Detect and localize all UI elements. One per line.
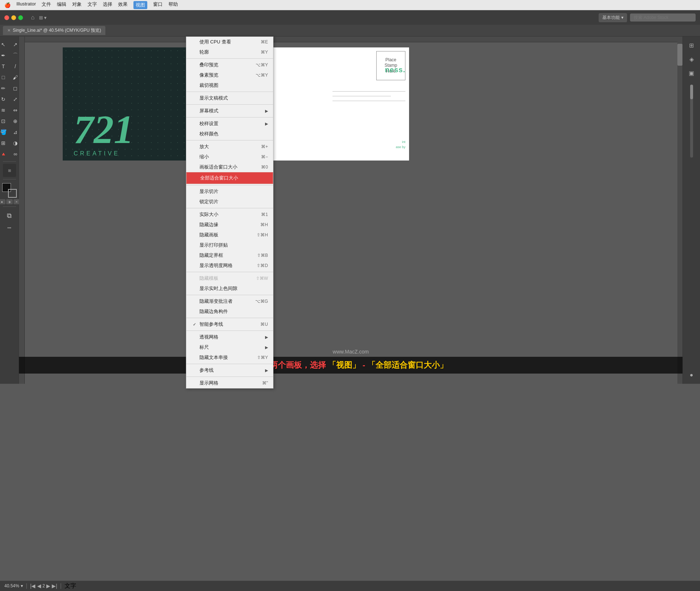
menu-item-pixel[interactable]: 像素预览 ⌥⌘Y [186, 70, 273, 80]
menu-shortcut-hide-template: ⇧⌘W [256, 276, 268, 281]
menu-shortcut-pixel: ⌥⌘Y [256, 73, 268, 78]
menu-label-smart-guides: 智能参考线 [199, 321, 223, 328]
menu-label-show-slices: 显示切片 [199, 188, 218, 195]
menu-select[interactable]: 选择 [103, 1, 112, 9]
menu-window[interactable]: 窗口 [153, 1, 163, 9]
menu-item-presentation[interactable]: 显示文稿模式 [186, 93, 273, 103]
menu-item-show-slices[interactable]: 显示切片 [186, 186, 273, 197]
menu-sep-11 [186, 331, 273, 331]
menu-label-cpu: 使用 CPU 查看 [199, 39, 231, 45]
menu-item-zoom-out[interactable]: 缩小 ⌘− [186, 152, 273, 162]
menu-view[interactable]: 视图 [133, 1, 147, 9]
menu-item-show-grid[interactable]: 显示网格 ⌘" [186, 378, 273, 388]
menu-help[interactable]: 帮助 [168, 1, 178, 9]
menu-item-cpu-view[interactable]: 使用 CPU 查看 ⌘E [186, 37, 273, 47]
minimize-button[interactable] [11, 15, 16, 20]
menu-item-lock-slices[interactable]: 锁定切片 [186, 197, 273, 207]
submenu-arrow-4: ▶ [265, 345, 268, 350]
menu-label-presentation: 显示文稿模式 [199, 95, 228, 101]
menu-shortcut-show-transparency: ⇧⌘D [257, 263, 268, 268]
menu-check: ✓ [193, 322, 198, 327]
menu-shortcut-show-grid: ⌘" [262, 381, 268, 386]
menu-sep-2 [186, 92, 273, 92]
menu-item-hide-bounding[interactable]: 隐藏定界框 ⇧⌘B [186, 250, 273, 260]
menu-item-overprint[interactable]: 叠印预览 ⌥⌘Y [186, 60, 273, 70]
menu-label-show-transparency: 显示透明度网格 [199, 262, 233, 269]
menu-label-actual-size: 实际大小 [199, 211, 218, 218]
menu-label-outline: 轮廓 [199, 49, 209, 55]
menu-sep-4 [186, 117, 273, 117]
tab-title: Single_Line.ai* @ 40.54% (CMYK/GPU 预览) [13, 27, 101, 34]
menu-sep-10 [186, 318, 273, 318]
layout-icon[interactable]: ⊞ ▾ [39, 15, 47, 20]
menu-item-show-transparency[interactable]: 显示透明度网格 ⇧⌘D [186, 260, 273, 271]
menu-label-proof-setup: 校样设置 [199, 120, 218, 127]
menu-item-perspective-grid[interactable]: 透视网格 ▶ [186, 332, 273, 342]
menu-item-fit-artboard[interactable]: 画板适合窗口大小 ⌘0 [186, 162, 273, 172]
menu-label-zoom-in: 放大 [199, 143, 209, 150]
tab-bar: ✕ Single_Line.ai* @ 40.54% (CMYK/GPU 预览) [0, 25, 700, 36]
menu-item-hide-gradient[interactable]: 隐藏渐变批注者 ⌥⌘G [186, 296, 273, 306]
fullscreen-button[interactable] [18, 15, 23, 20]
menu-label-screen-mode: 屏幕模式 [199, 108, 218, 114]
menu-shortcut-hide-gradient: ⌥⌘G [255, 299, 268, 304]
system-bar: 🍎 Illustrator 文件 编辑 对象 文字 选择 效果 视图 窗口 帮助 [0, 0, 700, 10]
menu-item-hide-artboards[interactable]: 隐藏画板 ⇧⌘H [186, 230, 273, 240]
menu-shortcut-hide-bounding: ⇧⌘B [257, 253, 268, 258]
menu-object[interactable]: 对象 [72, 1, 82, 9]
document-tab[interactable]: ✕ Single_Line.ai* @ 40.54% (CMYK/GPU 预览) [3, 26, 105, 35]
submenu-arrow-2: ▶ [265, 121, 268, 126]
menu-item-proof-setup[interactable]: 校样设置 ▶ [186, 119, 273, 129]
menu-label-perspective-grid: 透视网格 [199, 334, 218, 340]
menu-item-fit-all[interactable]: 全部适合窗口大小 [186, 172, 273, 184]
menu-item-guides[interactable]: 参考线 ▶ [186, 365, 273, 375]
menu-item-actual-size[interactable]: 实际大小 ⌘1 [186, 209, 273, 220]
traffic-lights [4, 15, 23, 20]
menu-label-fit-all: 全部适合窗口大小 [200, 175, 238, 181]
menu-text[interactable]: 文字 [88, 1, 97, 9]
menu-label-hide-bounding: 隐藏定界框 [199, 252, 223, 259]
menu-item-hide-edges[interactable]: 隐藏边缘 ⌘H [186, 220, 273, 230]
menu-item-show-print[interactable]: 显示打印拼贴 [186, 240, 273, 250]
menu-sep-8 [186, 272, 273, 272]
tab-close-icon[interactable]: ✕ [7, 28, 11, 33]
dropdown-overlay: 使用 CPU 查看 ⌘E 轮廓 ⌘Y 叠印预览 ⌥⌘Y 像素预览 ⌥⌘Y 裁切视… [0, 36, 700, 384]
menu-shortcut-outline: ⌘Y [261, 50, 268, 55]
menu-sep-7 [186, 208, 273, 208]
home-icon[interactable]: ⌂ [31, 14, 35, 21]
menu-label-pixel: 像素预览 [199, 72, 218, 78]
menu-item-zoom-in[interactable]: 放大 ⌘+ [186, 142, 273, 152]
menu-item-proof-color[interactable]: 校样颜色 [186, 129, 273, 139]
menu-shortcut-cpu: ⌘E [261, 39, 268, 45]
submenu-arrow-3: ▶ [265, 335, 268, 340]
menu-item-screen-mode[interactable]: 屏幕模式 ▶ [186, 106, 273, 116]
basic-function-button[interactable]: 基本功能 ▾ [599, 13, 627, 22]
menu-label-crop: 裁切视图 [199, 82, 218, 89]
menu-illustrator[interactable]: Illustrator [16, 1, 36, 9]
menu-sep-6 [186, 185, 273, 185]
menu-label-guides: 参考线 [199, 367, 214, 374]
menu-item-crop[interactable]: 裁切视图 [186, 80, 273, 90]
menu-sep-13 [186, 376, 273, 377]
menu-label-hide-thread: 隐藏文本串接 [199, 354, 228, 361]
menu-shortcut-actual-size: ⌘1 [261, 212, 268, 217]
menu-file[interactable]: 文件 [42, 1, 51, 9]
menu-label-live-paint-gap: 显示实时上色间隙 [199, 285, 237, 292]
menu-item-hide-corner[interactable]: 隐藏边角构件 [186, 306, 273, 317]
menu-effect[interactable]: 效果 [118, 1, 128, 9]
menu-edit[interactable]: 编辑 [57, 1, 66, 9]
menu-sep-3 [186, 104, 273, 105]
menu-item-live-paint-gap[interactable]: 显示实时上色间隙 [186, 283, 273, 294]
menu-shortcut-hide-edges: ⌘H [260, 222, 268, 227]
menu-item-rulers[interactable]: 标尺 ▶ [186, 342, 273, 352]
menu-item-hide-thread[interactable]: 隐藏文本串接 ⇧⌘Y [186, 352, 273, 363]
menu-item-smart-guides[interactable]: ✓智能参考线 ⌘U [186, 319, 273, 329]
chevron-down-icon: ▾ [621, 15, 623, 20]
menu-item-outline[interactable]: 轮廓 ⌘Y [186, 47, 273, 57]
apple-icon[interactable]: 🍎 [4, 2, 11, 8]
menu-shortcut-hide-thread: ⇧⌘Y [257, 355, 268, 360]
menu-label-lock-slices: 锁定切片 [199, 198, 218, 205]
close-button[interactable] [4, 15, 9, 20]
stock-search-input[interactable] [630, 13, 696, 22]
menu-shortcut-zoom-in: ⌘+ [261, 144, 268, 149]
